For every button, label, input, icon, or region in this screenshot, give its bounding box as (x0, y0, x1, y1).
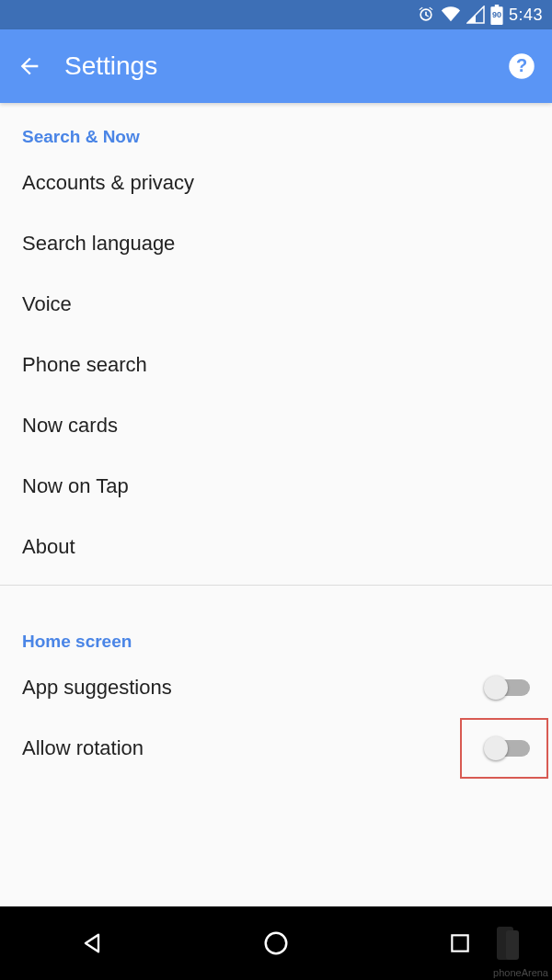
wifi-icon (441, 6, 461, 24)
item-label: About (22, 535, 75, 559)
nav-home-button[interactable] (254, 921, 298, 965)
item-label: Accounts & privacy (22, 171, 194, 195)
back-button[interactable] (17, 53, 42, 79)
item-about[interactable]: About (0, 517, 552, 577)
nav-recent-button[interactable] (438, 921, 482, 965)
battery-icon: 90 (490, 5, 503, 25)
item-phone-search[interactable]: Phone search (0, 335, 552, 395)
item-now-cards[interactable]: Now cards (0, 395, 552, 456)
navigation-bar: phoneArena (0, 906, 552, 980)
item-accounts-privacy[interactable]: Accounts & privacy (0, 153, 552, 213)
signal-icon (466, 6, 485, 24)
item-label: Phone search (22, 353, 147, 377)
settings-content: Search & Now Accounts & privacy Search l… (0, 103, 552, 906)
item-label: App suggestions (22, 676, 172, 700)
status-bar: 90 5:43 (0, 0, 552, 29)
nav-back-button[interactable] (70, 921, 114, 965)
svg-rect-3 (452, 935, 467, 951)
item-app-suggestions[interactable]: App suggestions (0, 657, 552, 718)
item-allow-rotation[interactable]: Allow rotation (0, 718, 552, 779)
item-label: Now cards (22, 414, 118, 438)
toggle-allow-rotation[interactable] (488, 740, 530, 757)
battery-level: 90 (490, 10, 503, 19)
item-label: Allow rotation (22, 736, 144, 760)
svg-text:?: ? (516, 55, 527, 75)
section-header-search-now: Search & Now (0, 103, 552, 153)
status-time: 5:43 (509, 6, 543, 25)
item-search-language[interactable]: Search language (0, 213, 552, 274)
item-label: Voice (22, 292, 72, 316)
item-voice[interactable]: Voice (0, 274, 552, 335)
watermark: phoneArena (493, 925, 548, 978)
toggle-knob (484, 736, 508, 760)
help-button[interactable]: ? (508, 52, 535, 80)
section-header-home: Home screen (0, 608, 552, 657)
watermark-text: phoneArena (493, 967, 548, 978)
item-label: Search language (22, 232, 175, 256)
toggle-app-suggestions[interactable] (488, 679, 530, 696)
toggle-knob (484, 676, 508, 700)
svg-rect-5 (506, 930, 519, 960)
svg-point-2 (266, 933, 287, 954)
alarm-icon (417, 6, 435, 24)
app-bar: Settings ? (0, 29, 552, 103)
item-label: Now on Tap (22, 474, 129, 498)
item-now-on-tap[interactable]: Now on Tap (0, 456, 552, 517)
page-title: Settings (64, 51, 157, 81)
